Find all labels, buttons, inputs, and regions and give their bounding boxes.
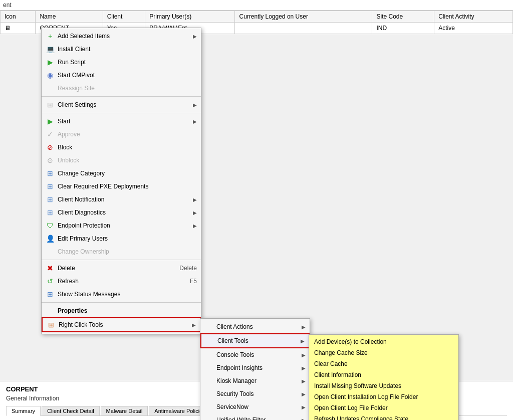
menu-item-add-selected[interactable]: +Add Selected Items▶ xyxy=(42,30,201,43)
menu-label-refresh: Refresh xyxy=(58,278,79,285)
col-name: Name xyxy=(36,11,103,23)
menu-separator xyxy=(42,96,201,97)
menu-label-properties: Properties xyxy=(58,307,87,314)
submenu-arrow-client-notification: ▶ xyxy=(183,197,197,202)
menu-item-client-diagnostics[interactable]: ⊞Client Diagnostics▶ xyxy=(42,206,201,219)
submenu-l2-label-console-tools: Console Tools xyxy=(216,351,254,358)
menu-icon-clear-pxe: ⊞ xyxy=(46,182,55,191)
menu-separator xyxy=(42,260,201,260)
l3-item-refresh-updates-compliance[interactable]: Refresh Updates Compliance State xyxy=(309,413,458,420)
menu-item-right-click-tools[interactable]: ⊞Right Click Tools▶Client Actions▶Client… xyxy=(42,317,201,332)
l3-item-install-missing-updates[interactable]: Install Missing Software Updates xyxy=(309,380,458,391)
col-icon: Icon xyxy=(1,11,36,23)
menu-icon-spacer xyxy=(46,306,55,315)
submenu-l2-item-unified-write-filter[interactable]: Unified Write Filter▶ xyxy=(200,413,310,420)
submenu-l2-label-endpoint-insights: Endpoint Insights xyxy=(216,364,263,371)
menu-icon-show-status: ⊞ xyxy=(46,290,55,299)
menu-label-block: Block xyxy=(58,144,72,151)
submenu-l2-label-unified-write-filter: Unified Write Filter xyxy=(216,416,266,420)
menu-icon-edit-primary: 👤 xyxy=(46,234,55,243)
menu-item-show-status[interactable]: ⊞Show Status Messages xyxy=(42,288,201,301)
submenu-l2-arrow-unified-write-filter: ▶ xyxy=(292,417,306,421)
menu-item-approve: ✓Approve xyxy=(42,128,201,141)
l3-item-add-device-collection[interactable]: Add Device(s) to Collection xyxy=(309,336,458,347)
menu-item-properties[interactable]: Properties xyxy=(42,304,201,317)
menu-item-unblock: ⊙Unblock xyxy=(42,154,201,167)
submenu-l2-arrow-console-tools: ▶ xyxy=(292,352,306,358)
cell-client-activity: Active xyxy=(434,23,513,34)
submenu-l2-arrow-kiosk-manager: ▶ xyxy=(292,378,306,384)
submenu-l3-client-tools: Add Device(s) to CollectionChange Cache … xyxy=(309,334,459,420)
submenu-arrow-client-settings: ▶ xyxy=(183,102,197,108)
menu-label-start: Start xyxy=(58,118,70,125)
menu-icon-right-click-tools: ⊞ xyxy=(47,320,56,329)
submenu-l2-item-client-actions[interactable]: Client Actions▶ xyxy=(200,320,310,333)
tab-malware-detail[interactable]: Malware Detail xyxy=(101,406,148,415)
l3-item-client-information[interactable]: Client Information xyxy=(309,369,458,380)
tab-summary[interactable]: Summary xyxy=(6,406,41,416)
l3-item-open-install-log[interactable]: Open Client Installation Log File Folder xyxy=(309,391,458,402)
submenu-l2-item-endpoint-insights[interactable]: Endpoint Insights▶ xyxy=(200,361,310,374)
submenu-l2-label-security-tools: Security Tools xyxy=(216,390,253,397)
tab-client-check-detail[interactable]: Client Check Detail xyxy=(42,406,100,415)
menu-icon-approve: ✓ xyxy=(46,130,55,139)
menu-item-start-cmpivot[interactable]: ◉Start CMPivot xyxy=(42,69,201,82)
submenu-l2-item-client-tools[interactable]: Client Tools▶Add Device(s) to Collection… xyxy=(200,333,310,348)
l3-item-change-cache-size[interactable]: Change Cache Size xyxy=(309,347,458,358)
menu-item-clear-pxe[interactable]: ⊞Clear Required PXE Deployments xyxy=(42,180,201,193)
submenu-l2-item-servicenow[interactable]: ServiceNow▶ xyxy=(200,400,310,413)
submenu-l2-item-security-tools[interactable]: Security Tools▶ xyxy=(200,387,310,400)
context-menu: +Add Selected Items▶💻Install Client▶Run … xyxy=(41,28,201,334)
menu-label-run-script: Run Script xyxy=(58,59,86,66)
submenu-l2-item-console-tools[interactable]: Console Tools▶ xyxy=(200,348,310,361)
menu-separator xyxy=(42,302,201,303)
cell-icon: 🖥 xyxy=(1,23,36,34)
menu-icon-client-diagnostics: ⊞ xyxy=(46,208,55,217)
col-client-activity: Client Activity xyxy=(434,11,513,23)
submenu-l2-item-kiosk-manager[interactable]: Kiosk Manager▶ xyxy=(200,374,310,387)
menu-icon-client-settings: ⊞ xyxy=(46,100,55,109)
l3-item-clear-cache[interactable]: Clear Cache xyxy=(309,358,458,369)
menu-item-endpoint-protection[interactable]: 🛡Endpoint Protection▶ xyxy=(42,219,201,232)
submenu-arrow-client-diagnostics: ▶ xyxy=(183,210,197,216)
menu-label-install-client: Install Client xyxy=(58,46,90,53)
menu-item-edit-primary[interactable]: 👤Edit Primary Users xyxy=(42,232,201,245)
submenu-l2-label-client-tools: Client Tools xyxy=(217,337,248,344)
submenu-arrow-add-selected: ▶ xyxy=(183,34,197,39)
menu-icon-spacer xyxy=(46,247,55,256)
menu-label-client-settings: Client Settings xyxy=(58,101,96,108)
menu-item-change-category[interactable]: ⊞Change Category xyxy=(42,167,201,180)
submenu-l2-label-client-actions: Client Actions xyxy=(216,323,253,330)
menu-item-client-settings[interactable]: ⊞Client Settings▶ xyxy=(42,98,201,111)
menu-item-refresh[interactable]: ↺RefreshF5 xyxy=(42,275,201,288)
menu-shortcut-delete: Delete xyxy=(164,265,197,272)
menu-item-install-client[interactable]: 💻Install Client xyxy=(42,43,201,56)
menu-item-client-notification[interactable]: ⊞Client Notification▶ xyxy=(42,193,201,206)
submenu-l2: Client Actions▶Client Tools▶Add Device(s… xyxy=(200,318,310,420)
menu-item-run-script[interactable]: ▶Run Script xyxy=(42,56,201,69)
menu-label-change-category: Change Category xyxy=(58,170,105,177)
l3-item-open-client-log[interactable]: Open Client Log File Folder xyxy=(309,402,458,413)
title-bar: ent xyxy=(0,0,513,11)
menu-label-reassign-site: Reassign Site xyxy=(58,85,95,92)
menu-item-reassign-site: Reassign Site xyxy=(42,82,201,95)
menu-label-client-notification: Client Notification xyxy=(58,196,104,203)
submenu-l2-label-kiosk-manager: Kiosk Manager xyxy=(216,377,256,384)
icon-spacer xyxy=(204,402,213,411)
menu-label-approve: Approve xyxy=(58,131,80,138)
menu-icon-unblock: ⊙ xyxy=(46,156,55,165)
menu-item-start[interactable]: ▶Start▶ xyxy=(42,115,201,128)
menu-label-start-cmpivot: Start CMPivot xyxy=(58,72,95,79)
submenu-l2-arrow-client-tools: ▶ xyxy=(291,338,305,344)
menu-item-block[interactable]: ⊘Block xyxy=(42,141,201,154)
menu-icon-spacer xyxy=(46,84,55,93)
menu-label-client-diagnostics: Client Diagnostics xyxy=(58,209,106,216)
cell-site-code: IND xyxy=(372,23,434,34)
submenu-arrow-start: ▶ xyxy=(183,119,197,124)
table-header-row: Icon Name Client Primary User(s) Current… xyxy=(1,11,513,23)
icon-spacer xyxy=(204,376,213,385)
menu-icon-install-client: 💻 xyxy=(46,45,55,54)
icon-spacer xyxy=(204,415,213,420)
menu-item-delete[interactable]: ✖DeleteDelete xyxy=(42,262,201,275)
submenu-arrow-right-click-tools: ▶ xyxy=(182,322,196,328)
